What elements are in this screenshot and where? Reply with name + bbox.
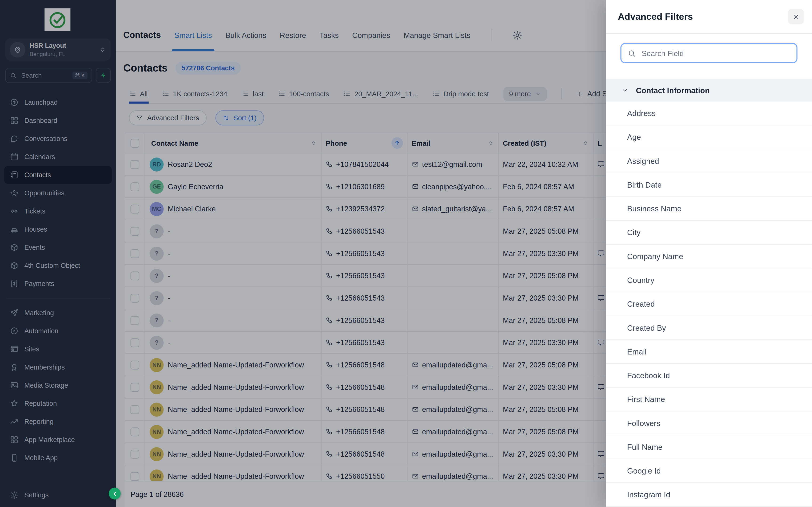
column-header-phone[interactable]: Phone <box>322 133 408 153</box>
filter-field-item[interactable]: Company Name <box>606 244 812 268</box>
filter-field-item[interactable]: Instagram Id <box>606 483 812 507</box>
table-row[interactable]: RD Rosan2 Deo2 +107841502044 test12@gmai… <box>125 154 632 176</box>
sidebar-item[interactable]: Conversations <box>4 129 112 148</box>
filter-field-item[interactable]: Created <box>606 292 812 316</box>
table-row[interactable]: MC Michael Clarke +12392534372 slated_gu… <box>125 198 632 220</box>
more-lists-button[interactable]: 9 more <box>503 87 547 101</box>
row-checkbox[interactable] <box>130 182 139 191</box>
sidebar-item[interactable]: Sites <box>4 340 112 358</box>
row-checkbox[interactable] <box>130 472 139 481</box>
sidebar-item[interactable]: Reporting <box>4 412 112 431</box>
filter-field-item[interactable]: Assigned <box>606 149 812 173</box>
sidebar-item[interactable]: Tickets <box>4 202 112 220</box>
sidebar-item[interactable]: Houses <box>4 220 112 238</box>
sidebar-item[interactable]: Launchpad <box>4 93 112 111</box>
smart-list-tab[interactable]: last <box>242 84 263 103</box>
column-header-email[interactable]: Email <box>408 133 499 153</box>
table-row[interactable]: ? - +12566051543 Mar 27, 2025 05:08 <box>125 265 632 287</box>
topnav-tab[interactable]: Bulk Actions <box>225 18 266 51</box>
row-checkbox[interactable] <box>130 450 139 458</box>
table-row[interactable]: ? - +12566051543 Mar 27, 2025 03:30 <box>125 332 632 354</box>
chat-icon[interactable] <box>597 338 605 347</box>
row-checkbox[interactable] <box>130 249 139 258</box>
topnav-tab[interactable]: Restore <box>280 18 306 51</box>
sidebar-item[interactable]: Calendars <box>4 148 112 166</box>
topnav-tab[interactable]: Tasks <box>319 18 339 51</box>
filter-field-item[interactable]: City <box>606 221 812 244</box>
sidebar-collapse-button[interactable] <box>109 488 121 500</box>
field-search-input[interactable] <box>640 49 790 58</box>
filter-field-item[interactable]: Email <box>606 340 812 364</box>
sidebar-item[interactable]: 4th Custom Object <box>4 257 112 275</box>
topnav-tab[interactable]: Smart Lists <box>174 18 212 51</box>
smart-list-tab[interactable]: 1K contacts-1234 <box>162 84 228 103</box>
sidebar-item[interactable]: Dashboard <box>4 111 112 129</box>
table-row[interactable]: NN Name_added Name-Updated-Forworkflow +… <box>125 354 632 376</box>
smart-list-tab[interactable]: 100-contacts <box>278 84 329 103</box>
select-all-checkbox[interactable] <box>130 138 139 147</box>
table-row[interactable]: ? - +12566051543 Mar 27, 2025 03:30 <box>125 287 632 309</box>
table-settings-gear-icon[interactable] <box>512 30 523 40</box>
filter-field-item[interactable]: Business Name <box>606 197 812 221</box>
filter-field-item[interactable]: Created By <box>606 316 812 340</box>
sidebar-item-settings[interactable]: Settings <box>4 486 112 504</box>
sidebar-item[interactable]: Reputation <box>4 394 112 412</box>
row-checkbox[interactable] <box>130 204 139 213</box>
row-checkbox[interactable] <box>130 293 139 302</box>
filter-field-item[interactable]: Google Id <box>606 459 812 483</box>
field-search-box[interactable] <box>620 43 797 63</box>
sidebar-item[interactable]: Mobile App <box>4 449 112 467</box>
row-checkbox[interactable] <box>130 427 139 436</box>
filter-field-item[interactable]: Age <box>606 125 812 149</box>
sidebar-item[interactable]: Payments <box>4 275 112 293</box>
smart-list-tab[interactable]: All <box>129 84 147 103</box>
sidebar-item[interactable]: Marketing <box>4 304 112 322</box>
column-header-created[interactable]: Created (IST) <box>499 133 594 153</box>
filter-field-item[interactable]: Country <box>606 268 812 292</box>
table-row[interactable]: NN Name_added Name-Updated-Forworkflow +… <box>125 443 632 465</box>
sort-button[interactable]: Sort (1) <box>215 110 264 125</box>
quick-actions-button[interactable] <box>96 68 111 83</box>
row-checkbox[interactable] <box>130 316 139 325</box>
chat-icon[interactable] <box>597 450 605 458</box>
chat-icon[interactable] <box>597 160 605 168</box>
table-row[interactable]: GE Gayle Echeverria +12106301689 cleanpi… <box>125 176 632 198</box>
sidebar-item[interactable]: Automation <box>4 322 112 340</box>
sidebar-item[interactable]: Media Storage <box>4 376 112 394</box>
filter-field-item[interactable]: Followers <box>606 411 812 435</box>
filter-field-item[interactable]: First Name <box>606 388 812 411</box>
row-checkbox[interactable] <box>130 405 139 413</box>
table-row[interactable]: NN Name_added Name-Updated-Forworkflow +… <box>125 421 632 443</box>
sort-caret-icon[interactable] <box>487 139 494 147</box>
filter-field-item[interactable]: Birth Date <box>606 173 812 197</box>
row-checkbox[interactable] <box>130 338 139 347</box>
location-switcher[interactable]: HSR Layout Bengaluru, FL <box>5 38 111 61</box>
close-panel-button[interactable] <box>788 9 804 24</box>
table-row[interactable]: NN Name_added Name-Updated-Forworkflow +… <box>125 398 632 421</box>
column-header-contact-name[interactable]: Contact Name <box>144 133 322 153</box>
sort-caret-icon[interactable] <box>310 139 317 147</box>
section-contact-information[interactable]: Contact Information <box>606 79 812 102</box>
chat-icon[interactable] <box>597 249 605 258</box>
table-row[interactable]: ? - +12566051543 Mar 27, 2025 03:30 <box>125 242 632 265</box>
sort-caret-icon[interactable] <box>582 139 589 147</box>
filter-field-item[interactable]: Facebook Id <box>606 364 812 387</box>
row-checkbox[interactable] <box>130 160 139 169</box>
row-checkbox[interactable] <box>130 360 139 369</box>
sidebar-item[interactable]: Contacts <box>4 166 112 184</box>
row-checkbox[interactable] <box>130 383 139 391</box>
table-row[interactable]: ? - +12566051543 Mar 27, 2025 05:08 <box>125 220 632 243</box>
row-checkbox[interactable] <box>130 227 139 235</box>
sidebar-item[interactable]: Events <box>4 238 112 257</box>
chat-icon[interactable] <box>597 472 605 481</box>
sidebar-item[interactable]: Memberships <box>4 358 112 376</box>
smart-list-tab[interactable]: Drip mode test <box>433 84 489 103</box>
sidebar-item[interactable]: App Marketplace <box>4 431 112 449</box>
filter-field-item[interactable]: Full Name <box>606 435 812 459</box>
chat-icon[interactable] <box>597 383 605 391</box>
topnav-tab[interactable]: Companies <box>352 18 390 51</box>
filter-field-item[interactable]: Address <box>606 102 812 125</box>
sidebar-search-input[interactable] <box>20 71 53 79</box>
table-row[interactable]: NN Name_added Name-Updated-Forworkflow +… <box>125 376 632 398</box>
smart-list-tab[interactable]: 20_MAR_2024_11... <box>343 84 418 103</box>
